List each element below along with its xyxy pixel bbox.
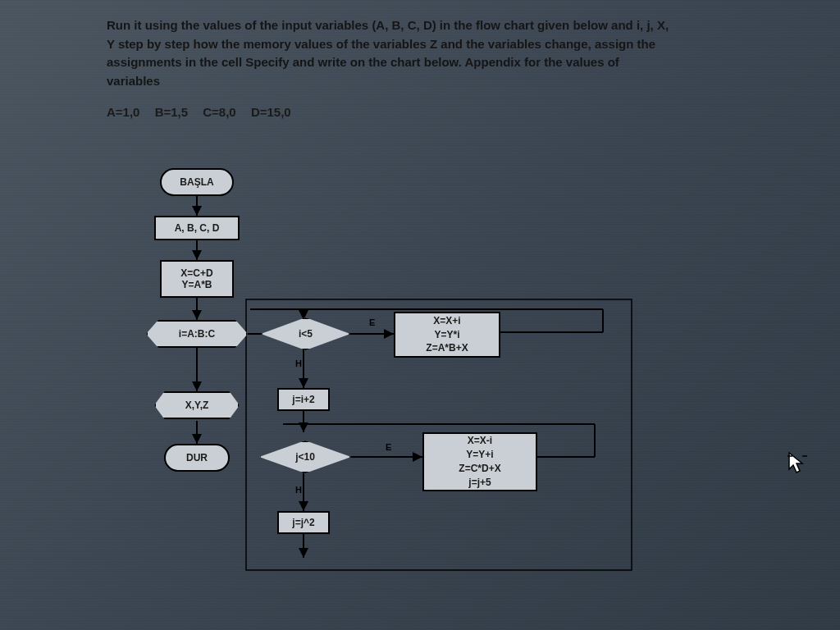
input-values: A=1,0 B=1,5 C=8,0 D=15,0 bbox=[107, 105, 774, 119]
terminal-stop: DUR bbox=[164, 444, 230, 472]
input-box: A, B, C, D bbox=[154, 216, 240, 240]
cursor-icon bbox=[786, 451, 807, 479]
update-j: j=j^2 bbox=[277, 511, 330, 534]
decision-i-lt-5: i<5 bbox=[262, 317, 349, 350]
decision-j-lt-10: j<10 bbox=[261, 441, 349, 473]
assign-j: j=i+2 bbox=[277, 388, 330, 411]
value-a: A=1,0 bbox=[107, 105, 139, 119]
init-box: X=C+D Y=A*B bbox=[160, 260, 234, 298]
edge-label-h1: H bbox=[295, 358, 302, 368]
line1: Run it using the values of the input var… bbox=[107, 18, 669, 32]
terminal-start: BAŞLA bbox=[160, 168, 234, 196]
value-d: D=15,0 bbox=[251, 105, 291, 119]
line4: variables bbox=[107, 74, 160, 88]
value-c: C=8,0 bbox=[203, 105, 235, 119]
edge-label-h2: H bbox=[295, 485, 302, 495]
process-block-1: X=X+i Y=Y*i Z=A*B+X bbox=[394, 312, 500, 358]
value-b: B=1,5 bbox=[155, 105, 188, 119]
problem-statement: Run it using the values of the input var… bbox=[107, 16, 714, 90]
line3: assignments in the cell Specify and writ… bbox=[107, 55, 619, 69]
process-block-2: X=X-i Y=Y+i Z=C*D+X j=j+5 bbox=[422, 432, 537, 491]
edge-label-e1: E bbox=[369, 317, 375, 327]
loop-setup-hex: i=A:B:C bbox=[148, 320, 246, 348]
flowchart: BAŞLA A, B, C, D X=C+D Y=A*B i=A:B:C X,Y… bbox=[139, 168, 730, 611]
output-hex: X,Y,Z bbox=[156, 391, 238, 419]
line2: Y step by step how the memory values of … bbox=[107, 37, 655, 51]
edge-label-e2: E bbox=[386, 442, 391, 452]
